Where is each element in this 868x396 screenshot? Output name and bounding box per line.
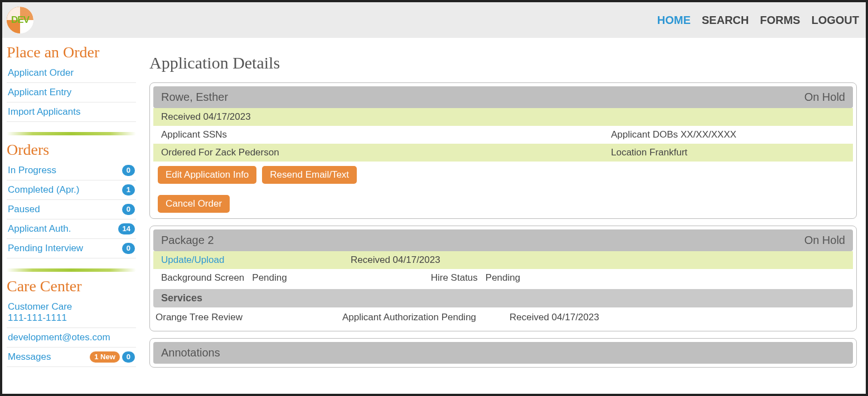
- link-applicant-order[interactable]: Applicant Order: [8, 67, 74, 79]
- sidebar-item-dev-email[interactable]: development@otes.com: [7, 328, 136, 348]
- sidebar-care-list: Customer Care 111-111-1111 development@o…: [7, 297, 136, 367]
- sidebar-divider-2: [7, 268, 136, 272]
- sidebar-divider-1: [7, 132, 136, 135]
- messages-badges: 1 New 0: [90, 351, 135, 363]
- app-window: DEV HOME SEARCH FORMS LOGOUT Place an Or…: [0, 0, 868, 396]
- service-received: Received 04/17/2023: [510, 312, 851, 323]
- nav-logout[interactable]: LOGOUT: [811, 14, 859, 27]
- link-applicant-auth[interactable]: Applicant Auth.: [8, 223, 71, 234]
- bg-screen-label: Background Screen: [161, 272, 244, 283]
- update-upload-link[interactable]: Update/Upload: [161, 255, 224, 265]
- annotations-header: Annotations: [153, 342, 853, 364]
- row-update-upload: Update/Upload Received 04/17/2023: [153, 251, 853, 269]
- sidebar-item-messages[interactable]: Messages 1 New 0: [7, 348, 136, 367]
- badge-in-progress: 0: [122, 165, 135, 176]
- badge-paused: 0: [122, 204, 135, 215]
- sidebar-item-paused[interactable]: Paused 0: [7, 200, 136, 219]
- package-panel-header: Package 2 On Hold: [153, 229, 853, 251]
- sidebar-place-order-list: Applicant Order Applicant Entry Import A…: [7, 63, 136, 122]
- bg-screen-value: Pending: [252, 272, 287, 283]
- sidebar-item-pending-interview[interactable]: Pending Interview 0: [7, 239, 136, 258]
- brand-logo: DEV: [7, 7, 33, 33]
- applicant-panel-header: Rowe, Esther On Hold: [153, 86, 853, 108]
- badge-pending-interview: 0: [122, 243, 135, 254]
- sidebar: Place an Order Applicant Order Applicant…: [2, 38, 140, 394]
- brand-logo-text: DEV: [11, 14, 29, 26]
- annotations-panel: Annotations: [149, 338, 857, 368]
- link-dev-email[interactable]: development@otes.com: [8, 332, 110, 343]
- layout: Place an Order Applicant Order Applicant…: [2, 38, 866, 394]
- link-applicant-entry[interactable]: Applicant Entry: [8, 87, 71, 98]
- annotations-title: Annotations: [161, 346, 220, 359]
- badge-messages-count: 0: [122, 351, 135, 363]
- resend-email-button[interactable]: Resend Email/Text: [262, 166, 357, 184]
- sidebar-title-care-center: Care Center: [7, 277, 136, 295]
- dob-text: Applicant DOBs XX/XX/XXXX: [611, 129, 845, 140]
- sidebar-item-applicant-auth[interactable]: Applicant Auth. 14: [7, 219, 136, 239]
- received-text: Received 04/17/2023: [161, 111, 251, 123]
- link-import-applicants[interactable]: Import Applicants: [8, 106, 80, 118]
- service-row: Orange Tree Review Applicant Authorizati…: [153, 307, 853, 327]
- hire-status-value: Pending: [486, 272, 520, 283]
- nav-home[interactable]: HOME: [657, 14, 691, 27]
- link-customer-phone[interactable]: 111-111-1111: [8, 312, 67, 323]
- nav-search[interactable]: SEARCH: [702, 14, 749, 27]
- page-title: Application Details: [149, 53, 857, 72]
- link-pending-interview[interactable]: Pending Interview: [8, 243, 83, 254]
- sidebar-item-applicant-order[interactable]: Applicant Order: [7, 63, 136, 83]
- service-name: Orange Tree Review: [156, 312, 342, 323]
- link-completed[interactable]: Completed (Apr.): [8, 184, 80, 195]
- top-nav: HOME SEARCH FORMS LOGOUT: [657, 14, 859, 27]
- link-messages[interactable]: Messages: [8, 351, 51, 363]
- services-header: Services: [153, 289, 853, 307]
- nav-forms[interactable]: FORMS: [760, 14, 800, 27]
- row-ssn-dob: Applicant SSNs Applicant DOBs XX/XX/XXXX: [153, 126, 853, 144]
- sidebar-item-customer-care[interactable]: Customer Care 111-111-1111: [7, 297, 136, 328]
- cancel-order-button[interactable]: Cancel Order: [158, 195, 230, 213]
- applicant-panel: Rowe, Esther On Hold Received 04/17/2023…: [149, 82, 857, 219]
- link-paused[interactable]: Paused: [8, 204, 40, 215]
- hire-status-label: Hire Status: [431, 272, 478, 283]
- location-text: Location Frankfurt: [611, 147, 845, 158]
- package-panel: Package 2 On Hold Update/Upload Received…: [149, 226, 857, 331]
- action-buttons: Edit Application Info Resend Email/Text …: [153, 162, 853, 215]
- applicant-status: On Hold: [804, 91, 845, 104]
- package-received: Received 04/17/2023: [351, 255, 845, 266]
- row-ordered-for: Ordered For Zack Pederson Location Frank…: [153, 144, 853, 162]
- ordered-for-text: Ordered For Zack Pederson: [161, 147, 594, 158]
- topbar: DEV HOME SEARCH FORMS LOGOUT: [2, 2, 866, 38]
- link-in-progress[interactable]: In Progress: [8, 165, 56, 176]
- sidebar-item-applicant-entry[interactable]: Applicant Entry: [7, 83, 136, 102]
- sidebar-item-in-progress[interactable]: In Progress 0: [7, 161, 136, 180]
- sidebar-title-place-order: Place an Order: [7, 43, 136, 61]
- badge-messages-new: 1 New: [90, 351, 120, 363]
- applicant-name: Rowe, Esther: [161, 91, 228, 104]
- sidebar-item-import-applicants[interactable]: Import Applicants: [7, 102, 136, 122]
- package-status: On Hold: [804, 234, 845, 247]
- badge-completed: 1: [122, 184, 135, 195]
- sidebar-item-completed[interactable]: Completed (Apr.) 1: [7, 180, 136, 200]
- edit-application-button[interactable]: Edit Application Info: [158, 166, 256, 184]
- sidebar-orders-list: In Progress 0 Completed (Apr.) 1 Paused …: [7, 161, 136, 258]
- link-customer-care[interactable]: Customer Care: [8, 301, 72, 312]
- sidebar-title-orders: Orders: [7, 141, 136, 159]
- status-gap: [295, 272, 423, 283]
- row-received: Received 04/17/2023: [153, 108, 853, 126]
- ssn-text: Applicant SSNs: [161, 129, 594, 140]
- row-bg-hire: Background Screen Pending Hire Status Pe…: [153, 269, 853, 287]
- package-name: Package 2: [161, 234, 214, 247]
- badge-applicant-auth: 14: [118, 223, 135, 234]
- main-area: Application Details Rowe, Esther On Hold…: [140, 38, 866, 394]
- service-status: Applicant Authorization Pending: [342, 312, 510, 323]
